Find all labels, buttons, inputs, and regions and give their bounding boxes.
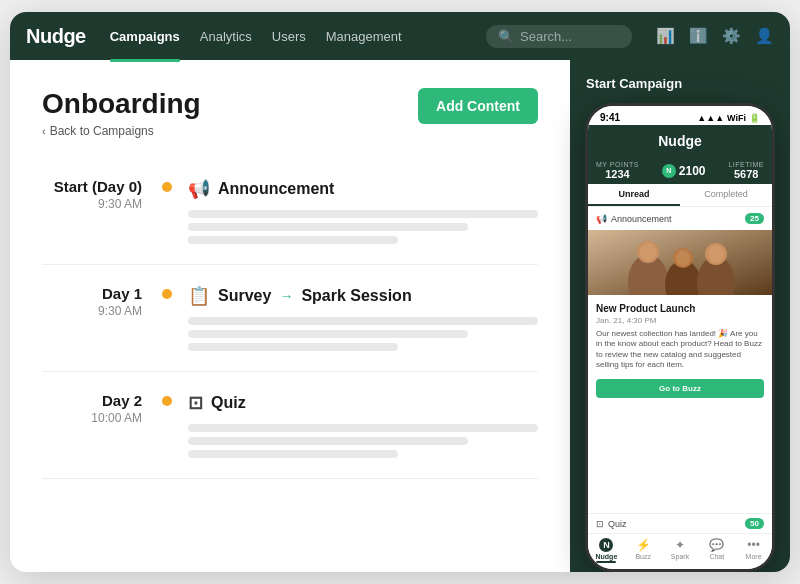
left-panel: Onboarding ‹ Back to Campaigns Add Conte… — [10, 60, 570, 572]
content-title-1: 📋 Survey → Spark Session — [188, 285, 538, 307]
back-chevron-icon: ‹ — [42, 125, 46, 137]
content-lines-2 — [188, 424, 538, 458]
signal-icon: ▲▲▲ — [697, 113, 724, 123]
timeline-content-1: 📋 Survey → Spark Session — [188, 285, 538, 351]
timeline-row: Day 1 9:30 AM 📋 Survey → Spark Session — [42, 265, 538, 372]
go-to-buzz-button[interactable]: Go to Buzz — [596, 379, 764, 398]
my-points: MY POINTS 1234 — [596, 161, 639, 180]
search-input[interactable] — [520, 29, 620, 44]
timeline-dot — [162, 289, 172, 299]
main-content: Onboarding ‹ Back to Campaigns Add Conte… — [10, 60, 790, 572]
buzz-nav-icon: ⚡ — [636, 538, 651, 552]
nav-item-management[interactable]: Management — [326, 25, 402, 48]
content-line — [188, 343, 398, 351]
tab-unread[interactable]: Unread — [588, 184, 680, 206]
announcement-badge: 25 — [745, 213, 764, 224]
announcement-label: 📢 Announcement — [596, 214, 672, 224]
start-campaign-label[interactable]: Start Campaign — [570, 76, 682, 91]
chat-nav-label: Chat — [709, 553, 724, 560]
nav-item-analytics[interactable]: Analytics — [200, 25, 252, 48]
survey-icon: 📋 — [188, 285, 210, 307]
phone-tabs: Unread Completed — [588, 184, 772, 207]
quiz-label: ⊡ Quiz — [596, 519, 627, 529]
timeline-dot — [162, 396, 172, 406]
day-label-0: Start (Day 0) 9:30 AM — [42, 178, 162, 211]
phone-app-title: Nudge — [598, 133, 762, 149]
card-date: Jan. 21, 4:30 PM — [596, 316, 764, 325]
more-nav-label: More — [746, 553, 762, 560]
wifi-icon: WiFi — [727, 113, 746, 123]
content-line — [188, 437, 468, 445]
day-label-2: Day 2 10:00 AM — [42, 392, 162, 425]
back-link-label: Back to Campaigns — [50, 124, 154, 138]
bottom-nav-chat[interactable]: 💬 Chat — [698, 538, 735, 563]
right-panel: Start Campaign 9:41 ▲▲▲ WiFi 🔋 Nudge — [570, 60, 790, 572]
more-nav-icon: ••• — [747, 538, 760, 552]
page-header-left: Onboarding ‹ Back to Campaigns — [42, 88, 201, 138]
navbar: Nudge Campaigns Analytics Users Manageme… — [10, 12, 790, 60]
info-icon[interactable]: ℹ️ — [689, 27, 708, 45]
svg-point-10 — [708, 245, 724, 263]
svg-point-8 — [640, 243, 656, 261]
quiz-row: ⊡ Quiz 50 — [588, 513, 772, 533]
page-title: Onboarding — [42, 88, 201, 120]
phone-app: Nudge MY POINTS 1234 N 2100 LIF — [588, 125, 772, 569]
phone-points-bar: MY POINTS 1234 N 2100 LIFETIME 5678 — [588, 157, 772, 184]
timeline-content-2: ⊡ Quiz — [188, 392, 538, 458]
phone-card-content: New Product Launch Jan. 21, 4:30 PM Our … — [588, 295, 772, 513]
settings-icon[interactable]: ⚙️ — [722, 27, 741, 45]
announcement-row-icon: 📢 — [596, 214, 607, 224]
bottom-nav-spark[interactable]: ✦ Spark — [662, 538, 699, 563]
quiz-badge: 50 — [745, 518, 764, 529]
spark-nav-label: Spark — [671, 553, 689, 560]
back-to-campaigns-link[interactable]: ‹ Back to Campaigns — [42, 124, 201, 138]
quiz-row-icon: ⊡ — [596, 519, 604, 529]
bottom-nav-buzz[interactable]: ⚡ Buzz — [625, 538, 662, 563]
quiz-icon: ⊡ — [188, 392, 203, 414]
announcement-row: 📢 Announcement 25 — [588, 207, 772, 230]
nudge-nav-label: Nudge — [596, 553, 618, 560]
content-line — [188, 317, 538, 325]
timeline-row: Start (Day 0) 9:30 AM 📢 Announcement — [42, 158, 538, 265]
nudge-nav-icon: N — [599, 538, 613, 552]
search-bar[interactable]: 🔍 — [486, 25, 632, 48]
phone-app-header: Nudge — [588, 125, 772, 157]
app-logo: Nudge — [26, 25, 86, 48]
content-line — [188, 236, 398, 244]
nav-item-users[interactable]: Users — [272, 25, 306, 48]
card-image-svg — [588, 230, 772, 295]
battery-icon: 🔋 — [749, 113, 760, 123]
content-lines-1 — [188, 317, 538, 351]
content-line — [188, 330, 468, 338]
nav-menu: Campaigns Analytics Users Management — [110, 25, 462, 48]
content-title-2: ⊡ Quiz — [188, 392, 538, 414]
search-icon: 🔍 — [498, 29, 514, 44]
day-label-1: Day 1 9:30 AM — [42, 285, 162, 318]
nav-active-indicator — [596, 561, 616, 563]
spark-nav-icon: ✦ — [675, 538, 685, 552]
content-line — [188, 450, 398, 458]
bottom-nav-more[interactable]: ••• More — [735, 538, 772, 563]
content-line — [188, 223, 468, 231]
nav-item-campaigns[interactable]: Campaigns — [110, 25, 180, 48]
card-text: Our newest collection has landed! 🎉 Are … — [596, 329, 764, 371]
card-title: New Product Launch — [596, 303, 764, 314]
timeline-content-0: 📢 Announcement — [188, 178, 538, 244]
announcement-icon: 📢 — [188, 178, 210, 200]
content-line — [188, 424, 538, 432]
svg-point-9 — [676, 250, 690, 266]
content-title-0: 📢 Announcement — [188, 178, 538, 200]
page-header: Onboarding ‹ Back to Campaigns Add Conte… — [42, 88, 538, 138]
phone-status-icons: ▲▲▲ WiFi 🔋 — [697, 113, 760, 123]
user-icon[interactable]: 👤 — [755, 27, 774, 45]
content-line — [188, 210, 538, 218]
phone-status-bar: 9:41 ▲▲▲ WiFi 🔋 — [588, 106, 772, 125]
add-content-button[interactable]: Add Content — [418, 88, 538, 124]
main-points: N 2100 — [662, 164, 706, 178]
bottom-nav-nudge[interactable]: N Nudge — [588, 538, 625, 563]
nudge-coin-icon: N — [662, 164, 676, 178]
app-window: Nudge Campaigns Analytics Users Manageme… — [10, 12, 790, 572]
chart-icon[interactable]: 📊 — [656, 27, 675, 45]
arrow-icon: → — [279, 288, 293, 304]
tab-completed[interactable]: Completed — [680, 184, 772, 206]
